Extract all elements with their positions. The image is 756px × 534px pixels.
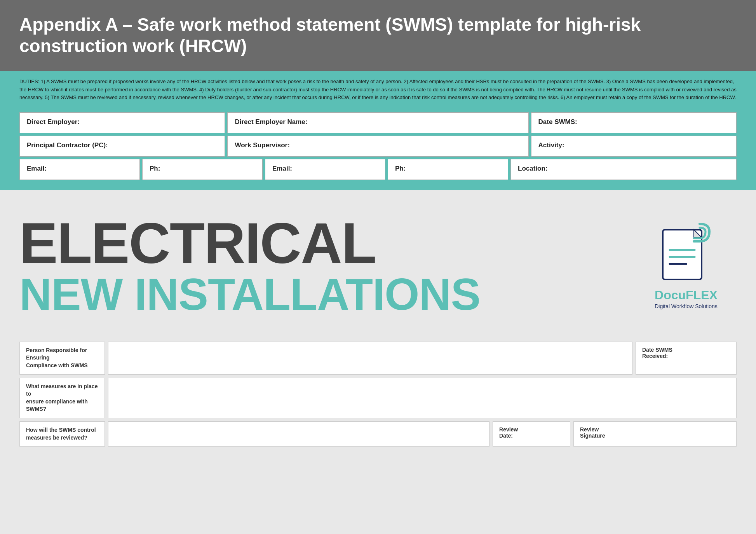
logo-subtitle: Digital Workflow Solutions <box>655 303 718 309</box>
date-swms-cell[interactable]: Date SWMS: <box>531 112 737 133</box>
compliance-row-1: Person Responsible for Ensuring Complian… <box>19 342 737 375</box>
email-ws-cell[interactable]: Email: <box>265 159 385 180</box>
form-section: Direct Employer: Direct Employer Name: D… <box>0 108 756 190</box>
page-title: Appendix A – Safe work method statement … <box>19 14 737 57</box>
logo-brand-1: Docu <box>655 288 686 302</box>
review-method-value[interactable] <box>108 421 489 447</box>
ph-de-cell[interactable]: Ph: <box>142 159 263 180</box>
ph-ws-cell[interactable]: Ph: <box>388 159 508 180</box>
compliance-section: Person Responsible for Ensuring Complian… <box>0 338 756 461</box>
compliance-row-2: What measures are in place to ensure com… <box>19 378 737 418</box>
activity-cell[interactable]: Activity: <box>531 136 737 157</box>
work-supervisor-cell[interactable]: Work Supervisor: <box>227 136 528 157</box>
compliance-row-3: How will the SWMS control measures be re… <box>19 421 737 447</box>
duties-text: DUTIES: 1) A SWMS must be prepared if pr… <box>19 78 737 101</box>
hero-electrical: ELECTRICAL <box>19 215 636 272</box>
location-cell[interactable]: Location: <box>510 159 737 180</box>
docuflex-icon <box>659 222 713 284</box>
date-swms-received-label: Date SWMS Received: <box>636 342 737 375</box>
logo-brand-2: FLEX <box>686 288 718 302</box>
person-responsible-label: Person Responsible for Ensuring Complian… <box>19 342 105 375</box>
direct-employer-cell[interactable]: Direct Employer: <box>19 112 225 133</box>
measures-label: What measures are in place to ensure com… <box>19 378 105 418</box>
hero-text-block: ELECTRICAL NEW INSTALLATIONS <box>19 215 636 317</box>
review-signature-label: Review Signature <box>573 421 737 447</box>
person-responsible-value[interactable] <box>108 342 632 375</box>
direct-employer-name-cell[interactable]: Direct Employer Name: <box>227 112 528 133</box>
duties-bar: DUTIES: 1) A SWMS must be prepared if pr… <box>0 71 756 108</box>
form-row-2: Principal Contractor (PC): Work Supervis… <box>19 136 737 157</box>
form-row-1: Direct Employer: Direct Employer Name: D… <box>19 112 737 133</box>
form-row-3: Email: Ph: Email: Ph: Location: <box>19 159 737 180</box>
review-method-label: How will the SWMS control measures be re… <box>19 421 105 447</box>
principal-contractor-cell[interactable]: Principal Contractor (PC): <box>19 136 225 157</box>
measures-value[interactable] <box>108 378 737 418</box>
review-date-label: Review Date: <box>493 421 570 447</box>
hero-section: ELECTRICAL NEW INSTALLATIONS DocuFLEX Di… <box>0 190 756 338</box>
hero-logo-block: DocuFLEX Digital Workflow Solutions <box>636 222 737 309</box>
logo-brand: DocuFLEX <box>655 288 718 302</box>
email-de-cell[interactable]: Email: <box>19 159 140 180</box>
page-header: Appendix A – Safe work method statement … <box>0 0 756 71</box>
hero-installations: NEW INSTALLATIONS <box>19 272 636 317</box>
